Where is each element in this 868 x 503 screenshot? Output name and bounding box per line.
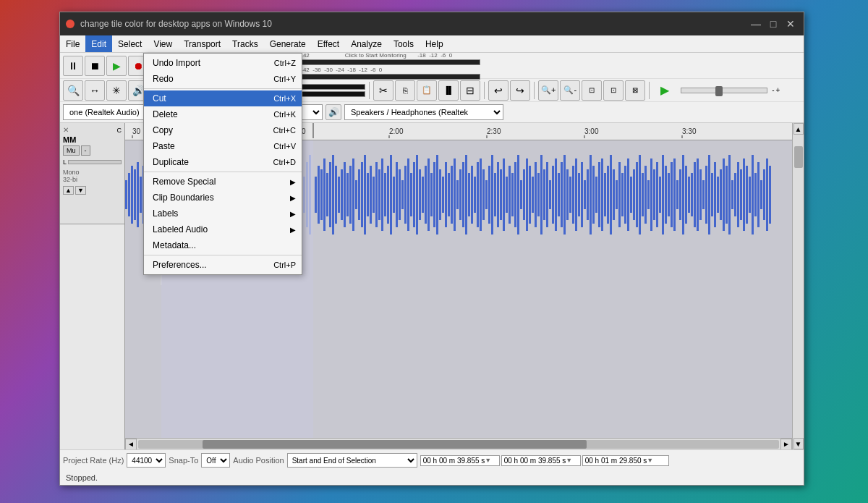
project-rate-label: Project Rate (Hz) bbox=[63, 456, 124, 465]
scroll-down-button[interactable]: ▼ bbox=[793, 438, 804, 449]
track-down-button[interactable]: ▼ bbox=[75, 186, 86, 195]
zoom-in-2[interactable]: 🔍+ bbox=[538, 80, 558, 101]
pos3-dropdown[interactable]: ▼ bbox=[647, 457, 653, 464]
play-transport-button[interactable]: ▶ bbox=[653, 79, 676, 102]
svg-rect-132 bbox=[459, 169, 461, 220]
pos2-dropdown[interactable]: ▼ bbox=[566, 457, 572, 464]
stop-button[interactable]: ⏹ bbox=[85, 56, 105, 76]
svg-text:3:30: 3:30 bbox=[682, 127, 697, 135]
output-device-select[interactable]: Speakers / Headphones (Realtek bbox=[344, 104, 503, 120]
pause-button[interactable]: ⏸ bbox=[63, 56, 83, 76]
menu-paste[interactable]: Paste Ctrl+V bbox=[144, 138, 302, 154]
menu-redo[interactable]: Redo Ctrl+Y bbox=[144, 71, 302, 87]
horizontal-scrollbar[interactable]: ◄ ► bbox=[125, 438, 792, 449]
menu-analyze[interactable]: Analyze bbox=[345, 35, 388, 52]
svg-rect-196 bbox=[644, 166, 647, 224]
scrollbar-thumb[interactable] bbox=[203, 440, 587, 449]
vertical-scrollbar[interactable]: ▲ ▼ bbox=[792, 123, 804, 449]
menu-tools[interactable]: Tools bbox=[388, 35, 420, 52]
cut-icon-button[interactable]: ✂ bbox=[373, 80, 393, 101]
menu-labeled-audio[interactable]: Labeled Audio ▶ bbox=[144, 221, 302, 237]
multi-tool-button[interactable]: ✳ bbox=[106, 80, 127, 101]
snap-to-select[interactable]: Off bbox=[201, 453, 230, 468]
svg-rect-180 bbox=[598, 162, 600, 227]
menu-remove-special[interactable]: Remove Special ▶ bbox=[144, 174, 302, 190]
scrollbar-track[interactable] bbox=[138, 440, 779, 449]
mute-button[interactable]: Mu bbox=[63, 145, 80, 156]
v-scrollbar-thumb[interactable] bbox=[794, 146, 803, 168]
menu-effect[interactable]: Effect bbox=[312, 35, 345, 52]
menu-generate[interactable]: Generate bbox=[264, 35, 312, 52]
svg-rect-160 bbox=[540, 155, 542, 234]
svg-rect-129 bbox=[451, 166, 453, 224]
minimize-button[interactable]: — bbox=[749, 17, 763, 31]
close-button[interactable]: ✕ bbox=[783, 17, 798, 31]
redo-button[interactable]: ↪ bbox=[510, 80, 530, 101]
menu-labels[interactable]: Labels ▶ bbox=[144, 206, 302, 221]
svg-rect-185 bbox=[613, 169, 615, 220]
menu-clip-boundaries[interactable]: Clip Boundaries ▶ bbox=[144, 190, 302, 206]
svg-rect-83 bbox=[318, 166, 320, 224]
menu-undo-import[interactable]: Undo Import Ctrl+Z bbox=[144, 55, 302, 71]
track-detail-bit: 32-bi bbox=[63, 176, 122, 183]
menu-bar: File Edit Select View Transport Tracks G… bbox=[60, 35, 804, 53]
maximize-button[interactable]: □ bbox=[766, 17, 780, 31]
menu-view[interactable]: View bbox=[148, 35, 178, 52]
menu-metadata[interactable]: Metadata... bbox=[144, 237, 302, 253]
playback-slider[interactable] bbox=[681, 88, 767, 93]
pos1-dropdown[interactable]: ▼ bbox=[485, 457, 491, 464]
zoom-fit-button[interactable]: ↔ bbox=[85, 80, 105, 101]
zoom-in-button[interactable]: 🔍 bbox=[63, 80, 83, 101]
paste-icon-button[interactable]: 📋 bbox=[417, 80, 437, 101]
zoom-toggle[interactable]: ⊠ bbox=[625, 80, 645, 101]
svg-rect-158 bbox=[535, 162, 537, 227]
svg-rect-234 bbox=[754, 173, 757, 216]
solo-button[interactable]: - bbox=[81, 145, 90, 156]
menu-tracks[interactable]: Tracks bbox=[226, 35, 264, 52]
position-input-1[interactable]: 00 h 00 m 39.855 s ▼ bbox=[420, 455, 500, 466]
menu-copy[interactable]: Copy Ctrl+C bbox=[144, 122, 302, 138]
copy-icon-button[interactable]: ⎘ bbox=[395, 80, 415, 101]
menu-delete[interactable]: Delete Ctrl+K bbox=[144, 106, 302, 122]
zoom-fit-2[interactable]: ⊡ bbox=[603, 80, 624, 101]
svg-rect-182 bbox=[604, 173, 606, 216]
copy-label: Copy bbox=[153, 125, 173, 135]
slider-thumb[interactable] bbox=[715, 86, 723, 96]
play-button[interactable]: ▶ bbox=[106, 56, 127, 76]
menu-help[interactable]: Help bbox=[420, 35, 449, 52]
svg-rect-205 bbox=[671, 162, 673, 227]
menu-duplicate[interactable]: Duplicate Ctrl+D bbox=[144, 154, 302, 170]
svg-rect-93 bbox=[346, 173, 349, 216]
menu-select[interactable]: Select bbox=[112, 35, 148, 52]
svg-rect-230 bbox=[743, 158, 745, 231]
delete-shortcut: Ctrl+K bbox=[259, 110, 296, 119]
svg-rect-236 bbox=[760, 180, 762, 209]
menu-file[interactable]: File bbox=[60, 35, 85, 52]
scroll-left-button[interactable]: ◄ bbox=[125, 439, 137, 450]
labeled-audio-label: Labeled Audio bbox=[153, 224, 208, 234]
position-input-2[interactable]: 00 h 00 m 39.855 s ▼ bbox=[501, 455, 581, 466]
zoom-sel[interactable]: ⊡ bbox=[582, 80, 602, 101]
svg-rect-109 bbox=[393, 177, 395, 213]
scroll-up-button[interactable]: ▲ bbox=[793, 123, 804, 135]
menu-cut[interactable]: Cut Ctrl+X bbox=[144, 90, 302, 106]
svg-rect-118 bbox=[419, 169, 421, 220]
track-up-button[interactable]: ▲ bbox=[63, 186, 74, 195]
scroll-right-button[interactable]: ► bbox=[780, 439, 792, 450]
trim-button[interactable]: ▐▌ bbox=[438, 80, 459, 101]
menu-edit[interactable]: Edit bbox=[85, 35, 112, 52]
track-x-btn[interactable]: ✕ bbox=[63, 126, 69, 134]
position-input-3[interactable]: 00 h 01 m 29.850 s ▼ bbox=[582, 455, 669, 466]
menu-transport[interactable]: Transport bbox=[178, 35, 226, 52]
menu-preferences[interactable]: Preferences... Ctrl+P bbox=[144, 257, 302, 273]
svg-rect-177 bbox=[590, 155, 592, 234]
undo-button[interactable]: ↩ bbox=[488, 80, 509, 101]
silence-button[interactable]: ⊟ bbox=[460, 80, 480, 101]
svg-rect-165 bbox=[555, 158, 557, 231]
track-collapse-btn[interactable]: C bbox=[117, 127, 122, 134]
device-volume-button[interactable]: 🔊 bbox=[326, 104, 341, 120]
selection-type-select[interactable]: Start and End of Selection bbox=[287, 453, 417, 468]
project-rate-select[interactable]: 44100 bbox=[127, 453, 166, 468]
zoom-out-2[interactable]: 🔍- bbox=[560, 80, 580, 101]
track-level-slider[interactable] bbox=[68, 160, 122, 164]
